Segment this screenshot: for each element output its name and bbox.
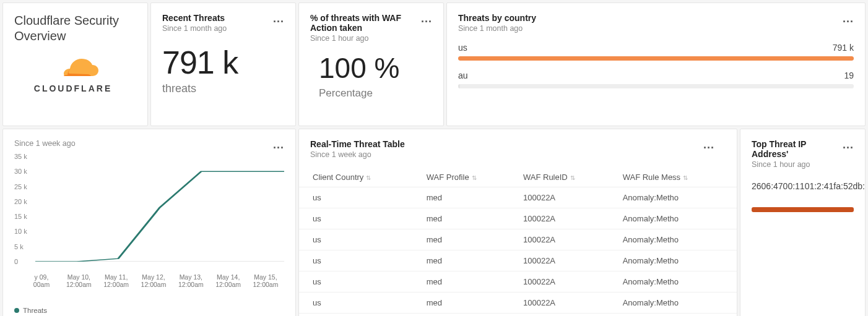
pct-waf-value: 100 % xyxy=(319,51,432,85)
table-cell: Anomaly:Metho xyxy=(617,271,737,293)
table-row[interactable]: usmed100022AAnomaly:Metho xyxy=(299,250,737,271)
threats-timeseries-card: Since 1 week ago ... 05 k10 k15 k20 k25 … xyxy=(2,129,296,316)
cloudflare-cloud-icon xyxy=(33,58,113,82)
table-header[interactable]: Client Country⇅ xyxy=(299,168,420,187)
sort-icon: ⇅ xyxy=(366,174,371,181)
y-tick-label: 5 k xyxy=(14,243,24,250)
more-icon[interactable]: ... xyxy=(843,13,854,24)
table-row[interactable]: usmed100022AAnomaly:Metho xyxy=(299,271,737,293)
more-icon[interactable]: ... xyxy=(273,139,284,150)
recent-threats-since: Since 1 month ago xyxy=(162,24,227,33)
x-tick-label: May 10,12:00am xyxy=(60,273,97,289)
table-cell: 100022A xyxy=(517,293,617,314)
table-cell: med xyxy=(420,271,517,293)
ip-bar-row[interactable]: 2606:4700:1101:2:41fa:52db:df31:16861.31… xyxy=(752,181,854,212)
x-tick-label: May 14,12:00am xyxy=(210,273,247,289)
bar-fill xyxy=(458,84,460,88)
table-cell: 100022A xyxy=(517,208,617,229)
bar-fill xyxy=(458,56,854,61)
table-cell: us xyxy=(299,271,420,293)
threats-by-country-card: Threats by country Since 1 month ago ...… xyxy=(446,2,866,126)
chart-legend: Threats xyxy=(14,307,47,314)
legend-label: Threats xyxy=(23,307,47,314)
more-icon[interactable]: ... xyxy=(421,13,432,24)
threat-table: Client Country⇅WAF Profile⇅WAF RuleID⇅WA… xyxy=(299,168,737,314)
cloudflare-logo: CLOUDFLARE xyxy=(14,54,132,97)
sort-icon: ⇅ xyxy=(683,174,688,181)
table-cell: Anomaly:Metho xyxy=(617,187,737,208)
y-tick-label: 35 k xyxy=(14,153,27,160)
bar-bg xyxy=(458,84,854,88)
cloudflare-wordmark: CLOUDFLARE xyxy=(34,83,112,93)
country-value: 791 k xyxy=(833,43,854,53)
x-tick-label: May 13,12:00am xyxy=(172,273,209,289)
table-cell: med xyxy=(420,293,517,314)
table-cell: med xyxy=(420,187,517,208)
table-cell: us xyxy=(299,250,420,271)
threat-table-since: Since 1 week ago xyxy=(310,150,405,159)
top-ip-card: Top Threat IP Address' Since 1 hour ago … xyxy=(740,129,866,316)
top-ip-since: Since 1 hour ago xyxy=(752,160,843,169)
y-tick-label: 0 xyxy=(14,258,18,265)
threat-table-card: Real-Time Threat Table Since 1 week ago … xyxy=(298,129,737,316)
table-cell: Anomaly:Metho xyxy=(617,293,737,314)
recent-threats-label: threats xyxy=(162,82,284,95)
more-icon[interactable]: ... xyxy=(843,139,854,150)
legend-dot-icon xyxy=(14,308,19,313)
country-bar-row[interactable]: au19 xyxy=(458,70,854,88)
x-tick-label: May 15,12:00am xyxy=(247,273,284,289)
y-tick-label: 20 k xyxy=(14,198,27,205)
ip-bar-fill xyxy=(752,207,854,212)
table-cell: med xyxy=(420,250,517,271)
table-header[interactable]: WAF RuleID⇅ xyxy=(517,168,617,187)
x-tick-label: y 09,00am xyxy=(23,273,60,289)
y-tick-label: 25 k xyxy=(14,183,27,190)
table-cell: Anomaly:Metho xyxy=(617,250,737,271)
timeseries-since: Since 1 week ago xyxy=(14,139,76,148)
table-cell: med xyxy=(420,208,517,229)
table-row[interactable]: usmed100022AAnomaly:Metho xyxy=(299,229,737,250)
table-cell: 100022A xyxy=(517,271,617,293)
table-cell: us xyxy=(299,229,420,250)
table-cell: Anomaly:Metho xyxy=(617,229,737,250)
more-icon[interactable]: ... xyxy=(273,13,284,24)
country-label: au xyxy=(458,70,468,80)
y-tick-label: 10 k xyxy=(14,228,27,235)
table-cell: 100022A xyxy=(517,187,617,208)
table-header[interactable]: WAF Profile⇅ xyxy=(420,168,517,187)
country-bar-row[interactable]: us791 k xyxy=(458,43,854,61)
by-country-title: Threats by country xyxy=(458,13,536,23)
y-tick-label: 15 k xyxy=(14,213,27,220)
more-icon[interactable]: ... xyxy=(703,139,714,150)
table-cell: 100022A xyxy=(517,229,617,250)
pct-waf-card: % of threats with WAF Action taken Since… xyxy=(298,2,444,126)
table-cell: us xyxy=(299,208,420,229)
table-cell: Anomaly:Metho xyxy=(617,208,737,229)
y-tick-label: 30 k xyxy=(14,168,27,175)
by-country-since: Since 1 month ago xyxy=(458,24,536,33)
pct-waf-label: Percentage xyxy=(319,87,432,100)
table-row[interactable]: usmed100022AAnomaly:Metho xyxy=(299,208,737,229)
table-row[interactable]: usmed100022AAnomaly:Metho xyxy=(299,293,737,314)
pct-waf-since: Since 1 hour ago xyxy=(310,34,415,43)
sort-icon: ⇅ xyxy=(472,174,477,181)
sort-icon: ⇅ xyxy=(570,174,575,181)
pct-waf-title: % of threats with WAF Action taken xyxy=(310,13,415,33)
x-tick-label: May 12,12:00am xyxy=(135,273,172,289)
top-ip-title: Top Threat IP Address' xyxy=(752,139,843,159)
threat-table-title: Real-Time Threat Table xyxy=(310,139,405,149)
table-cell: us xyxy=(299,187,420,208)
country-value: 19 xyxy=(844,70,854,80)
recent-threats-title: Recent Threats xyxy=(162,13,227,23)
table-header[interactable]: WAF Rule Mess⇅ xyxy=(617,168,737,187)
table-row[interactable]: usmed100022AAnomaly:Metho xyxy=(299,187,737,208)
bar-bg xyxy=(458,56,854,61)
recent-threats-card: Recent Threats Since 1 month ago ... 791… xyxy=(150,2,296,126)
recent-threats-value: 791 k xyxy=(162,44,284,81)
country-label: us xyxy=(458,43,467,53)
table-cell: us xyxy=(299,293,420,314)
dashboard-header-card: Cloudflare Security Overview CLOUDFLARE xyxy=(2,2,148,126)
x-tick-label: May 11,12:00am xyxy=(98,273,135,289)
dashboard-title: Cloudflare Security Overview xyxy=(14,13,136,44)
ip-label: 2606:4700:1101:2:41fa:52db:df31:1686 xyxy=(752,181,866,201)
